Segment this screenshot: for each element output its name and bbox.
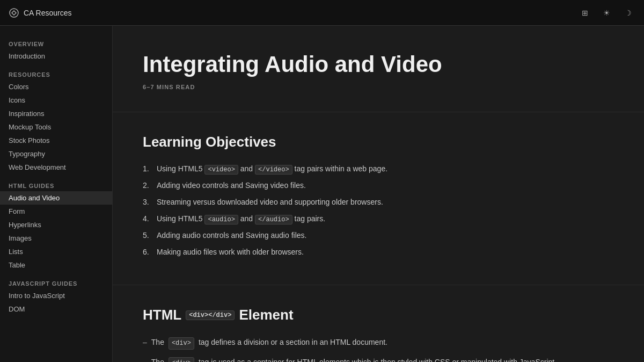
list-item: Streaming versus downloaded video and su…: [143, 197, 614, 208]
nav-brand: CA Resources: [9, 8, 71, 18]
read-time: 6–7 MINS READ: [143, 84, 614, 90]
main-layout: Overview Introduction Resources Colors I…: [0, 26, 644, 362]
list-item: Adding audio controls and Saving audio f…: [143, 230, 614, 241]
page-title: Integrating Audio and Video: [143, 52, 614, 77]
sidebar-item-images[interactable]: Images: [0, 231, 112, 245]
sidebar-item-dom[interactable]: DOM: [0, 302, 112, 316]
sidebar-item-lists[interactable]: Lists: [0, 245, 112, 258]
content-area: Integrating Audio and Video 6–7 MINS REA…: [113, 26, 644, 362]
top-navigation: CA Resources ⊞ ☀ ☽: [0, 0, 644, 26]
learning-objectives-section: Learning Objectives Using HTML5 <video> …: [113, 112, 644, 285]
div-title-text: HTML: [143, 307, 181, 323]
div-title-code: <div></div>: [186, 310, 235, 320]
sidebar-item-inspirations[interactable]: Inspirations: [0, 107, 112, 120]
code-div: <div>: [169, 337, 194, 350]
div-title-suffix: Element: [239, 307, 293, 323]
dark-mode-button[interactable]: ☽: [620, 5, 635, 20]
div-element-section: HTML <div></div> Element The <div> tag d…: [113, 285, 644, 362]
list-item: Making audio files work with older brows…: [143, 247, 614, 258]
hero-section: Integrating Audio and Video 6–7 MINS REA…: [113, 26, 644, 112]
sidebar-item-audio-and-video[interactable]: Audio and Video: [0, 191, 112, 205]
learning-objectives-title: Learning Objectives: [143, 134, 614, 150]
code-audio-close: </audio>: [255, 215, 292, 225]
sidebar-item-form[interactable]: Form: [0, 205, 112, 218]
svg-point-0: [10, 9, 18, 17]
list-item: Adding video controls and Saving video f…: [143, 180, 614, 191]
nav-actions: ⊞ ☀ ☽: [577, 5, 635, 20]
div-section-title: HTML <div></div> Element: [143, 307, 614, 323]
sidebar-item-web-development[interactable]: Web Development: [0, 161, 112, 174]
html-guides-section-label: HTML Guides: [0, 178, 112, 191]
layout-button[interactable]: ⊞: [577, 5, 592, 20]
sidebar: Overview Introduction Resources Colors I…: [0, 26, 113, 362]
sidebar-item-stock-photos[interactable]: Stock Photos: [0, 134, 112, 147]
list-item: The <div> tag is used as a container for…: [143, 356, 614, 362]
sidebar-item-typography[interactable]: Typography: [0, 147, 112, 161]
list-item: Using HTML5 <audio> and </audio> tag pai…: [143, 213, 614, 225]
overview-section-label: Overview: [0, 37, 112, 49]
code-video-close: </video>: [255, 165, 292, 175]
js-guides-section-label: JavaScript Guides: [0, 276, 112, 289]
light-mode-button[interactable]: ☀: [599, 5, 614, 20]
list-item: The <div> tag defines a division or a se…: [143, 336, 614, 350]
list-item: Using HTML5 <video> and </video> tag pai…: [143, 163, 614, 175]
code-video-open: <video>: [204, 165, 238, 175]
sidebar-item-intro-to-javascript[interactable]: Intro to JavaScript: [0, 289, 112, 302]
learning-objectives-list: Using HTML5 <video> and </video> tag pai…: [143, 163, 614, 258]
resources-section-label: Resources: [0, 67, 112, 80]
div-description-list: The <div> tag defines a division or a se…: [143, 336, 614, 362]
code-div: <div>: [169, 357, 194, 362]
sidebar-item-hyperlinks[interactable]: Hyperlinks: [0, 218, 112, 231]
logo-icon: [9, 8, 19, 18]
sidebar-item-icons[interactable]: Icons: [0, 93, 112, 107]
sidebar-item-table[interactable]: Table: [0, 258, 112, 272]
sidebar-item-mockup-tools[interactable]: Mockup Tools: [0, 120, 112, 134]
app-title: CA Resources: [24, 9, 71, 17]
sidebar-item-introduction[interactable]: Introduction: [0, 49, 112, 63]
sidebar-item-colors[interactable]: Colors: [0, 80, 112, 93]
code-audio-open: <audio>: [204, 215, 238, 225]
